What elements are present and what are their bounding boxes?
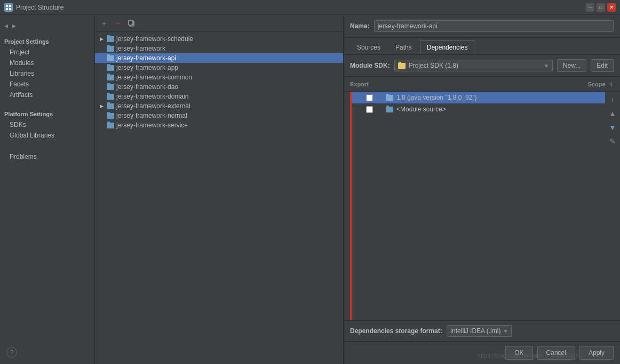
scope-col-header: Scope — [563, 81, 606, 87]
title-bar: Project Structure ─ □ ✕ — [0, 0, 620, 15]
main-layout: ◂ ▸ Project Settings Project Modules Lib… — [0, 15, 620, 364]
remove-module-button[interactable]: − — [112, 18, 124, 29]
sdk-select[interactable]: Project SDK (1.8) ▼ — [394, 60, 553, 71]
window-title: Project Structure — [16, 4, 583, 11]
tab-dependencies[interactable]: Dependencies — [420, 40, 475, 54]
dep-check-jdk[interactable] — [356, 94, 383, 101]
ok-button[interactable]: OK — [505, 346, 532, 360]
deps-side-buttons: + ▲ ▼ ✎ — [605, 92, 620, 320]
cancel-button[interactable]: Cancel — [537, 346, 575, 360]
storage-select[interactable]: IntelliJ IDEA (.iml) ▼ — [447, 325, 512, 337]
sdk-value: Project SDK (1.8) — [409, 62, 458, 69]
svg-rect-5 — [129, 20, 133, 25]
sidebar-item-sdks[interactable]: SDKs — [0, 119, 94, 130]
sidebar-item-libraries[interactable]: Libraries — [0, 68, 94, 79]
window-controls: ─ □ ✕ — [586, 3, 616, 12]
folder-icon — [107, 36, 114, 42]
deps-down-button[interactable]: ▼ — [607, 122, 618, 133]
nav-back-button[interactable]: ◂ — [4, 21, 8, 30]
storage-value: IntelliJ IDEA (.iml) — [450, 327, 501, 335]
storage-label: Dependencies storage format: — [350, 327, 442, 335]
sidebar-item-modules[interactable]: Modules — [0, 58, 94, 68]
module-toolbar: + − — [95, 15, 343, 32]
dep-name-jdk: 1.8 (java version "1.8.0_92") — [396, 94, 555, 101]
svg-rect-3 — [9, 8, 11, 10]
deps-add-side-button[interactable]: + — [607, 94, 618, 106]
folder-icon — [107, 94, 114, 100]
tree-arrow: ▶ — [98, 103, 105, 109]
folder-icon — [107, 46, 114, 52]
module-list: + − ▶ jersey-framework-schedule jersey-f… — [95, 15, 344, 364]
platform-settings-header: Platform Settings — [0, 107, 94, 119]
deps-header: Export Scope + — [344, 77, 620, 92]
dep-checkbox-module[interactable] — [366, 106, 373, 113]
tree-item-jersey-framework-normal[interactable]: jersey-framework-normal — [95, 111, 343, 120]
apply-button[interactable]: Apply — [579, 346, 614, 360]
folder-icon — [107, 65, 114, 71]
add-dependency-button[interactable]: + — [609, 79, 614, 89]
help-button[interactable]: ? — [6, 347, 17, 358]
tree-arrow: ▶ — [98, 36, 105, 42]
project-settings-header: Project Settings — [0, 34, 94, 47]
folder-icon — [107, 123, 114, 128]
tab-sources[interactable]: Sources — [350, 40, 387, 54]
tree-item-jersey-framework[interactable]: jersey-framework — [95, 44, 343, 53]
name-row: Name: — [344, 15, 620, 38]
dep-checkbox-jdk[interactable] — [366, 94, 373, 101]
sdk-folder-icon — [398, 63, 406, 69]
storage-format-row: Dependencies storage format: IntelliJ ID… — [344, 320, 620, 341]
dialog-buttons: OK Cancel Apply — [344, 341, 620, 364]
sidebar-item-artifacts[interactable]: Artifacts — [0, 90, 94, 100]
sidebar-item-facets[interactable]: Facets — [0, 79, 94, 90]
dep-row-module-source[interactable]: <Module source> — [352, 103, 605, 115]
maximize-button[interactable]: □ — [597, 3, 605, 12]
add-module-button[interactable]: + — [98, 18, 110, 29]
deps-container: Export Scope + 1.8 (java version "1.8.0_… — [344, 77, 620, 364]
tree-item-jersey-framework-dao[interactable]: jersey-framework-dao — [95, 82, 343, 92]
folder-icon — [107, 84, 114, 90]
tree-item-jersey-framework-schedule[interactable]: ▶ jersey-framework-schedule — [95, 34, 343, 44]
svg-rect-1 — [9, 5, 11, 7]
tree-item-jersey-framework-api[interactable]: jersey-framework-api — [95, 53, 343, 63]
close-button[interactable]: ✕ — [607, 3, 616, 12]
new-sdk-button[interactable]: New... — [557, 59, 586, 72]
folder-icon — [107, 103, 114, 109]
tree-item-jersey-framework-external[interactable]: ▶ jersey-framework-external — [95, 101, 343, 111]
deps-edit-button[interactable]: ✎ — [607, 135, 618, 147]
sidebar-item-problems[interactable]: Problems — [0, 151, 94, 162]
sdk-label: Module SDK: — [350, 62, 390, 69]
dep-row-jdk[interactable]: 1.8 (java version "1.8.0_92") — [352, 92, 605, 103]
name-label: Name: — [350, 22, 370, 30]
deps-up-button[interactable]: ▲ — [607, 108, 618, 119]
deps-table: 1.8 (java version "1.8.0_92") <Module so… — [350, 92, 605, 320]
dep-folder-icon — [386, 107, 393, 112]
copy-module-button[interactable] — [126, 18, 138, 29]
sidebar: ◂ ▸ Project Settings Project Modules Lib… — [0, 15, 95, 364]
nav-forward-button[interactable]: ▸ — [12, 21, 16, 30]
folder-icon — [107, 75, 114, 80]
storage-dropdown-arrow: ▼ — [503, 328, 508, 334]
sdk-row: Module SDK: Project SDK (1.8) ▼ New... E… — [344, 55, 620, 77]
tree-item-jersey-framework-common[interactable]: jersey-framework-common — [95, 72, 343, 82]
tab-paths[interactable]: Paths — [388, 40, 419, 54]
export-col-header: Export — [350, 81, 382, 87]
tree-item-jersey-framework-app[interactable]: jersey-framework-app — [95, 63, 343, 72]
folder-icon — [107, 55, 114, 61]
sidebar-item-project[interactable]: Project — [0, 47, 94, 58]
svg-rect-2 — [6, 8, 8, 10]
dep-folder-icon — [386, 95, 393, 101]
name-input[interactable] — [374, 20, 614, 32]
sdk-dropdown-arrow: ▼ — [544, 63, 549, 69]
dep-name-module: <Module source> — [396, 106, 555, 113]
dep-check-module[interactable] — [356, 106, 383, 113]
svg-rect-0 — [6, 5, 8, 7]
tree-item-jersey-framework-service[interactable]: jersey-framework-service — [95, 120, 343, 130]
tree-item-jersey-framework-domain[interactable]: jersey-framework-domain — [95, 92, 343, 101]
sidebar-item-global-libraries[interactable]: Global Libraries — [0, 130, 94, 141]
folder-icon — [107, 113, 114, 119]
app-icon — [4, 3, 13, 12]
edit-sdk-button[interactable]: Edit — [591, 59, 614, 72]
right-panel: Name: Sources Paths Dependencies Module … — [344, 15, 620, 364]
minimize-button[interactable]: ─ — [586, 3, 594, 12]
tabs-row: Sources Paths Dependencies — [344, 38, 620, 55]
